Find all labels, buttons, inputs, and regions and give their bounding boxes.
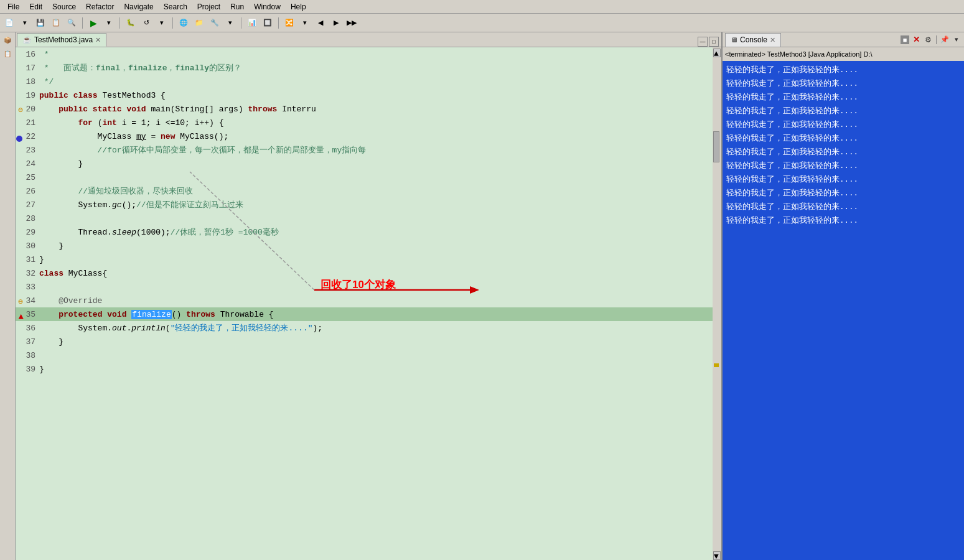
toolbar-back-btn[interactable]: ◀ — [314, 16, 327, 30]
tab-maximize-btn[interactable]: □ — [709, 37, 719, 47]
line-num-29: 29 — [16, 228, 39, 237]
tab-close-btn[interactable]: ✕ — [95, 36, 101, 44]
toolbar-btn-e[interactable]: 🔲 — [261, 16, 274, 30]
console-output-line: 轻轻的我走了，正如我轻轻的来.... — [726, 200, 960, 214]
toolbar-sep2 — [119, 17, 120, 29]
console-output-line: 轻轻的我走了，正如我轻轻的来.... — [726, 118, 960, 132]
toolbar-btn-g[interactable]: ▾ — [298, 16, 312, 30]
scroll-track[interactable] — [713, 57, 721, 551]
toolbar-new-btn[interactable]: 📄 — [2, 16, 16, 30]
editor-tabs: ☕ TestMethod3.java ✕ — □ — [16, 32, 721, 47]
code-line-17: * 面试题：final，finalize，finally的区别？ — [39, 62, 713, 73]
table-row: 37 } — [16, 335, 713, 348]
console-tab-close[interactable]: ✕ — [770, 36, 775, 44]
code-line-20: public static void main(String[] args) t… — [39, 105, 713, 114]
console-tab-label: Console — [740, 35, 767, 44]
editor-tab-testmethod3[interactable]: ☕ TestMethod3.java ✕ — [17, 33, 106, 47]
menu-file[interactable]: File — [2, 1, 24, 12]
toolbar-sep1 — [82, 17, 83, 29]
line-num-26: 26 — [16, 187, 39, 196]
console-header: 🖥 Console ✕ ■ ✕ ⚙ 📌 ▾ — [723, 32, 964, 47]
console-stop-btn[interactable]: ■ — [901, 35, 909, 44]
code-line-37: } — [39, 337, 713, 347]
code-line-22: MyClass my = new MyClass(); — [39, 132, 713, 141]
toolbar-refresh-dropdown[interactable]: ▾ — [155, 16, 169, 30]
console-output-line: 轻轻的我走了，正如我轻轻的来.... — [726, 63, 960, 77]
toolbar-btn-d[interactable]: 📊 — [245, 16, 259, 30]
scroll-thumb[interactable] — [713, 131, 719, 162]
menu-navigate[interactable]: Navigate — [119, 1, 158, 12]
console-output-line: 轻轻的我走了，正如我轻轻的来.... — [726, 146, 960, 159]
toolbar-btn-a[interactable]: 🌐 — [177, 16, 190, 30]
table-row: 16 * — [16, 47, 713, 61]
console-icon: 🖥 — [731, 36, 737, 44]
menu-edit[interactable]: Edit — [24, 1, 47, 12]
console-output: 轻轻的我走了，正如我轻轻的来....轻轻的我走了，正如我轻轻的来....轻轻的我… — [723, 61, 964, 560]
line-num-37: 37 — [16, 337, 39, 347]
console-output-line: 轻轻的我走了，正如我轻轻的来.... — [726, 187, 960, 200]
toolbar-btn-b[interactable]: 📁 — [192, 16, 206, 30]
toolbar-fwd-btn[interactable]: ▶ — [329, 16, 343, 30]
toolbar-debug-btn[interactable]: 🐛 — [124, 16, 138, 30]
console-pin-btn[interactable]: 📌 — [940, 35, 950, 45]
console-output-line: 轻轻的我走了，正如我轻轻的来.... — [726, 159, 960, 173]
line-num-23: 23 — [16, 146, 39, 155]
toolbar-refresh-btn[interactable]: ↺ — [139, 16, 153, 30]
code-line-35: protected void finalize() throws Throwab… — [39, 310, 713, 319]
toolbar-btn-f[interactable]: 🔀 — [283, 16, 296, 30]
scroll-indicator — [714, 363, 719, 367]
toolbar-sep5 — [278, 17, 279, 29]
tab-label: TestMethod3.java — [34, 35, 93, 44]
toolbar-fwd2-btn[interactable]: ▶▶ — [345, 16, 358, 30]
menu-help[interactable]: Help — [286, 1, 311, 12]
code-line-31: } — [39, 255, 713, 264]
line-num-21: 21 — [16, 118, 39, 128]
table-row: 38 — [16, 348, 713, 362]
console-terminate-btn[interactable]: ✕ — [911, 35, 921, 45]
console-tab[interactable]: 🖥 Console ✕ — [725, 33, 781, 47]
toolbar-run-dropdown[interactable]: ▾ — [102, 16, 116, 30]
code-line-30: } — [39, 241, 713, 251]
console-output-line: 轻轻的我走了，正如我轻轻的来.... — [726, 77, 960, 91]
toolbar-btn-c2[interactable]: ▾ — [223, 16, 237, 30]
console-menu-btn[interactable]: ▾ — [952, 35, 962, 45]
line-num-16: 16 — [16, 50, 39, 59]
toolbar-btn-c[interactable]: 🔧 — [208, 16, 222, 30]
menu-project[interactable]: Project — [192, 1, 225, 12]
scroll-down-btn[interactable]: ▼ — [713, 551, 721, 560]
code-content-wrapper[interactable]: 16 * 17 * 面试题：final，finalize，finally的区别？… — [16, 47, 713, 560]
menu-window[interactable]: Window — [249, 1, 286, 12]
toolbar: 📄 ▾ 💾 📋 🔍 ▶ ▾ 🐛 ↺ ▾ 🌐 📁 🔧 ▾ 📊 🔲 🔀 ▾ ◀ ▶ … — [0, 14, 964, 32]
current-line-marker: ▲ — [16, 312, 24, 320]
menu-run[interactable]: Run — [225, 1, 249, 12]
tab-window-controls: — □ — [698, 37, 721, 47]
collapse-marker-34: ⊖ — [16, 298, 23, 306]
table-row: 34 ⊖ @Override — [16, 294, 713, 307]
console-remove-btn[interactable]: ⚙ — [923, 35, 933, 45]
code-line-24: } — [39, 159, 713, 169]
menu-refactor[interactable]: Refactor — [81, 1, 119, 12]
sidebar-icon-1[interactable]: 📦 — [2, 35, 13, 46]
toolbar-btn2[interactable]: ▾ — [18, 16, 32, 30]
table-row: 18 */ — [16, 75, 713, 88]
collapse-marker-20: ⊖ — [16, 106, 23, 114]
menu-source[interactable]: Source — [47, 1, 81, 12]
vertical-scrollbar[interactable]: ▲ ▼ — [713, 47, 721, 560]
toolbar-save-btn[interactable]: 💾 — [34, 16, 47, 30]
sidebar-icon-2[interactable]: 📋 — [2, 49, 13, 60]
table-row: 21 for (int i = 1; i <=10; i++) { — [16, 116, 713, 129]
scroll-up-btn[interactable]: ▲ — [713, 49, 721, 57]
tab-minimize-btn[interactable]: — — [698, 37, 708, 47]
table-row: 22 MyClass my = new MyClass(); — [16, 129, 713, 143]
left-sidebar: 📦 📋 — [0, 32, 16, 560]
line-num-39: 39 — [16, 365, 39, 374]
menu-search[interactable]: Search — [159, 1, 192, 12]
table-row: 39 } — [16, 362, 713, 376]
toolbar-copy-btn[interactable]: 📋 — [49, 16, 63, 30]
toolbar-run-btn[interactable]: ▶ — [87, 16, 100, 30]
table-row: 20 ⊖ public static void main(String[] ar… — [16, 102, 713, 116]
table-row: 26 //通知垃圾回收器，尽快来回收 — [16, 184, 713, 198]
console-panel: 🖥 Console ✕ ■ ✕ ⚙ 📌 ▾ <terminated> TestM… — [721, 32, 964, 560]
code-line-29: Thread.sleep(1000);//休眠，暂停1秒 =1000毫秒 — [39, 226, 713, 238]
toolbar-search-btn[interactable]: 🔍 — [65, 16, 78, 30]
